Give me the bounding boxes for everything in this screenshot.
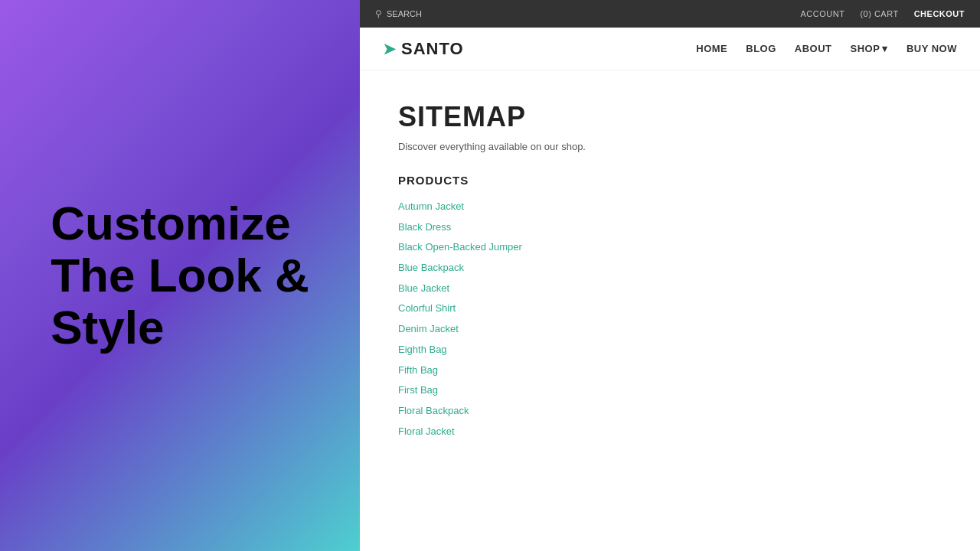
product-link[interactable]: First Bag — [398, 384, 438, 396]
list-item: Floral Jacket — [398, 422, 942, 442]
right-panel: ⚲ SEARCH ACCOUNT (0) CART CHECKOUT ➤ SAN… — [360, 0, 980, 551]
product-link[interactable]: Colorful Shirt — [398, 302, 456, 314]
product-link[interactable]: Autumn Jacket — [398, 201, 464, 212]
search-section[interactable]: ⚲ SEARCH — [375, 8, 422, 19]
search-label[interactable]: SEARCH — [387, 9, 422, 18]
list-item: Eighth Bag — [398, 341, 942, 360]
product-link[interactable]: Eighth Bag — [398, 344, 447, 355]
logo-text: SANTO — [401, 39, 464, 59]
list-item: Denim Jacket — [398, 320, 942, 339]
top-bar-right: ACCOUNT (0) CART CHECKOUT — [801, 9, 965, 18]
cart-link[interactable]: (0) CART — [860, 9, 898, 18]
product-link[interactable]: Fifth Bag — [398, 364, 438, 376]
nav-home[interactable]: HOME — [696, 43, 727, 54]
nav-links: HOME BLOG ABOUT SHOP ▾ BUY NOW — [696, 43, 957, 54]
top-bar: ⚲ SEARCH ACCOUNT (0) CART CHECKOUT — [360, 0, 980, 28]
product-link[interactable]: Black Open-Backed Jumper — [398, 241, 522, 253]
hero-line3: Style — [51, 301, 164, 354]
logo[interactable]: ➤ SANTO — [383, 39, 464, 59]
logo-icon: ➤ — [383, 40, 397, 58]
list-item: Colorful Shirt — [398, 299, 942, 318]
search-icon: ⚲ — [375, 8, 382, 19]
product-link[interactable]: Blue Backpack — [398, 262, 464, 273]
product-link[interactable]: Blue Jacket — [398, 282, 449, 294]
list-item: Autumn Jacket — [398, 197, 942, 217]
checkout-link[interactable]: CHECKOUT — [914, 9, 965, 18]
shop-arrow-icon: ▾ — [882, 43, 888, 54]
hero-line2: The Look & — [51, 249, 309, 302]
nav-blog[interactable]: BLOG — [746, 43, 776, 54]
main-content: SITEMAP Discover everything available on… — [360, 70, 980, 551]
page-title: SITEMAP — [398, 101, 942, 133]
nav-bar: ➤ SANTO HOME BLOG ABOUT SHOP ▾ BUY NOW — [360, 28, 980, 70]
hero-line1: Customize — [51, 197, 290, 249]
nav-buy-now[interactable]: BUY NOW — [906, 43, 957, 54]
hero-text: Customize The Look & Style — [51, 197, 309, 354]
list-item: Floral Backpack — [398, 402, 942, 421]
list-item: Fifth Bag — [398, 361, 942, 380]
product-link[interactable]: Floral Jacket — [398, 425, 455, 437]
nav-about[interactable]: ABOUT — [795, 43, 832, 54]
nav-shop[interactable]: SHOP ▾ — [851, 43, 888, 54]
product-link[interactable]: Denim Jacket — [398, 323, 459, 334]
list-item: Blue Backpack — [398, 259, 942, 278]
list-item: Blue Jacket — [398, 279, 942, 298]
product-link[interactable]: Floral Backpack — [398, 405, 469, 416]
left-panel: Customize The Look & Style — [0, 0, 360, 551]
account-link[interactable]: ACCOUNT — [801, 9, 845, 18]
product-list: Autumn JacketBlack DressBlack Open-Backe… — [398, 197, 942, 441]
section-title: PRODUCTS — [398, 174, 942, 187]
product-link[interactable]: Black Dress — [398, 221, 451, 233]
list-item: Black Dress — [398, 218, 942, 237]
page-subtitle: Discover everything available on our sho… — [398, 141, 942, 152]
list-item: Black Open-Backed Jumper — [398, 238, 942, 257]
list-item: First Bag — [398, 381, 942, 400]
